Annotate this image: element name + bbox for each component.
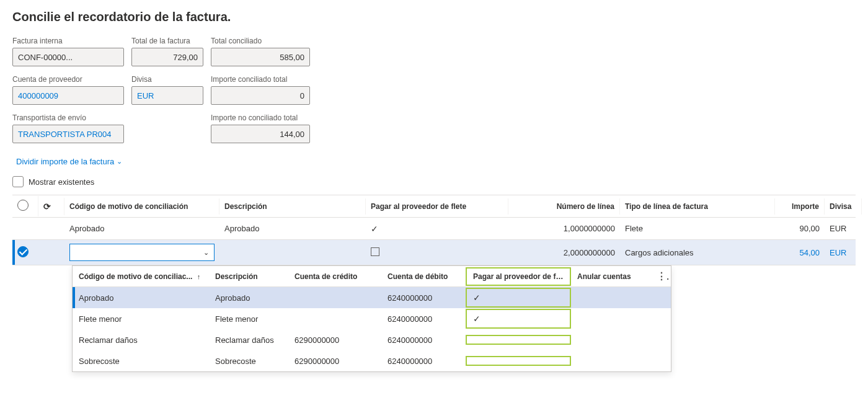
- popup-cell-description: Reclamar daños: [209, 332, 288, 348]
- popup-cell-override: [571, 336, 650, 344]
- currency-label: Divisa: [131, 75, 203, 84]
- popup-cell-pay-freight: [466, 356, 571, 366]
- popup-cell-pay-freight: ✓: [466, 309, 571, 329]
- cell-reason-code: Aprobado: [64, 220, 219, 237]
- col-line-number[interactable]: Número de línea: [508, 198, 620, 215]
- cell-currency[interactable]: EUR: [825, 244, 862, 261]
- page-title: Concilie el recordatorio de la factura.: [12, 10, 856, 24]
- internal-invoice-label: Factura interna: [12, 37, 124, 45]
- carrier-input[interactable]: TRANSPORTISTA PR004: [12, 125, 124, 143]
- popup-cell-credit: [288, 315, 381, 322]
- currency-input[interactable]: EUR: [131, 86, 203, 105]
- popup-cell-pay-freight: ✓: [466, 288, 571, 308]
- unreconciled-amount-input[interactable]: 144,00: [211, 125, 310, 143]
- header-form: Factura interna CONF-00000... Total de l…: [12, 37, 856, 143]
- cell-amount[interactable]: 54,00: [775, 244, 825, 261]
- chevron-down-icon: ⌄: [203, 249, 209, 257]
- table-row[interactable]: Aprobado Aprobado ✓ 1,0000000000 Flete 9…: [12, 218, 856, 240]
- popup-col-debit[interactable]: Cuenta de débito: [381, 269, 466, 285]
- col-line-type[interactable]: Tipo de línea de factura: [620, 198, 775, 215]
- popup-col-reason-code[interactable]: Código de motivo de conciliac... ↑: [73, 269, 209, 285]
- popup-cell-override: [571, 294, 650, 301]
- vendor-account-label: Cuenta de proveedor: [12, 75, 124, 84]
- popup-row[interactable]: Sobrecoste Sobrecoste 6290000000 6240000…: [73, 350, 671, 371]
- popup-cell-reason-code: Sobrecoste: [73, 353, 209, 370]
- popup-cell-debit: 6240000000: [381, 332, 466, 348]
- popup-cell-credit: 6290000000: [288, 353, 381, 370]
- select-all-radio[interactable]: [17, 200, 29, 211]
- sort-asc-icon: ↑: [197, 273, 201, 280]
- popup-col-description[interactable]: Descripción: [209, 269, 288, 285]
- reconciliation-grid: ⟳ Código de motivo de conciliación Descr…: [12, 195, 856, 265]
- carrier-label: Transportista de envío: [12, 113, 124, 122]
- col-pay-freight[interactable]: Pagar al proveedor de flete: [366, 198, 508, 215]
- popup-cell-debit: 6240000000: [381, 311, 466, 327]
- check-icon: ✓: [371, 224, 378, 234]
- popup-cell-debit: 6240000000: [381, 290, 466, 306]
- popup-col-override[interactable]: Anular cuentas: [571, 269, 650, 285]
- popup-cell-reason-code: Reclamar daños: [73, 332, 209, 348]
- popup-cell-description: Aprobado: [209, 290, 288, 306]
- row-select-radio[interactable]: [17, 246, 29, 257]
- popup-row[interactable]: Reclamar daños Reclamar daños 6290000000…: [73, 329, 671, 350]
- reason-code-dropdown: Código de motivo de conciliac... ↑ Descr…: [72, 265, 671, 372]
- table-row[interactable]: ⌄ 2,0000000000 Cargos adicionales 54,00 …: [12, 240, 856, 265]
- check-icon: ✓: [473, 293, 480, 303]
- popup-cell-debit: 6240000000: [381, 353, 466, 370]
- reconciled-total-label: Total conciliado: [211, 37, 310, 45]
- popup-cell-reason-code: Aprobado: [73, 290, 209, 306]
- col-currency[interactable]: Divisa: [825, 198, 862, 215]
- refresh-icon[interactable]: ⟳: [43, 202, 51, 211]
- cell-line-number: 2,0000000000: [508, 244, 620, 261]
- cell-amount: 90,00: [775, 220, 825, 237]
- reconciled-amount-label: Importe conciliado total: [211, 75, 310, 84]
- invoice-total-input[interactable]: 729,00: [131, 48, 203, 66]
- cell-line-type: Cargos adicionales: [620, 244, 775, 261]
- show-existing-label: Mostrar existentes: [29, 177, 94, 187]
- check-icon: ✓: [473, 314, 480, 324]
- popup-cell-credit: 6290000000: [288, 332, 381, 348]
- cell-description: [219, 249, 366, 256]
- popup-col-credit[interactable]: Cuenta de crédito: [288, 269, 381, 285]
- col-description[interactable]: Descripción: [219, 198, 366, 215]
- cell-line-type: Flete: [620, 220, 775, 237]
- reconciled-total-input[interactable]: 585,00: [211, 48, 310, 66]
- col-amount[interactable]: Importe: [775, 198, 825, 215]
- split-invoice-label: Dividir importe de la factura: [16, 157, 114, 166]
- cell-description: Aprobado: [219, 220, 366, 237]
- reconciled-amount-input[interactable]: 0: [211, 86, 310, 105]
- more-options-icon[interactable]: ⋮: [657, 271, 669, 282]
- col-reason-code[interactable]: Código de motivo de conciliación: [64, 198, 219, 215]
- popup-row[interactable]: Flete menor Flete menor 6240000000 ✓: [73, 308, 671, 329]
- invoice-total-label: Total de la factura: [131, 37, 203, 45]
- unreconciled-amount-label: Importe no conciliado total: [211, 113, 310, 122]
- popup-cell-override: [571, 315, 650, 322]
- reason-code-combo[interactable]: ⌄: [69, 244, 215, 261]
- pay-freight-checkbox[interactable]: [371, 247, 379, 256]
- popup-cell-credit: [288, 294, 381, 301]
- popup-cell-description: Sobrecoste: [209, 353, 288, 370]
- popup-cell-description: Flete menor: [209, 311, 288, 327]
- popup-cell-reason-code: Flete menor: [73, 311, 209, 327]
- split-invoice-link[interactable]: Dividir importe de la factura ⌄: [16, 157, 122, 166]
- chevron-down-icon: ⌄: [117, 158, 122, 166]
- show-existing-checkbox[interactable]: [12, 176, 24, 187]
- vendor-account-input[interactable]: 400000009: [12, 86, 124, 105]
- popup-col-reason-code-label: Código de motivo de conciliac...: [79, 272, 192, 281]
- popup-row[interactable]: Aprobado Aprobado 6240000000 ✓: [73, 287, 671, 308]
- internal-invoice-input[interactable]: CONF-00000...: [12, 48, 124, 66]
- cell-currency: EUR: [825, 220, 862, 237]
- popup-col-pay-freight[interactable]: Pagar al proveedor de flete: [466, 267, 571, 286]
- cell-line-number: 1,0000000000: [508, 220, 620, 237]
- popup-cell-override: [571, 357, 650, 365]
- popup-cell-pay-freight: [466, 335, 571, 345]
